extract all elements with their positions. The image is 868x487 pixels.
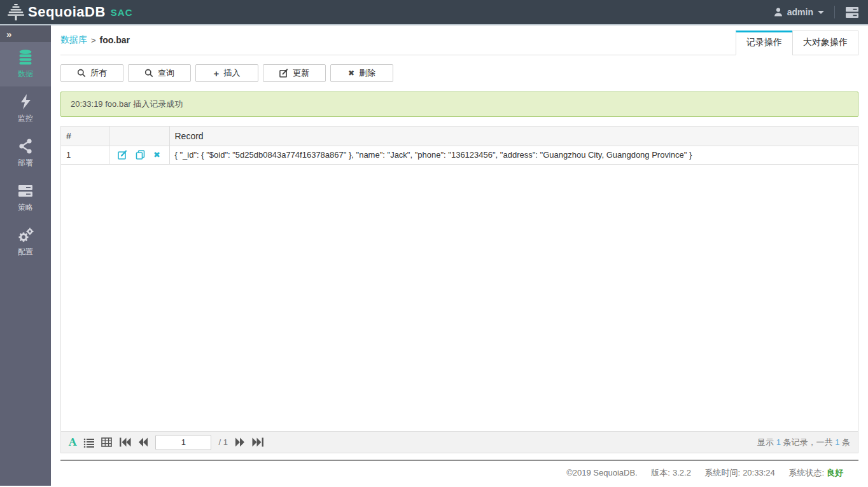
double-chevron-right-icon: » <box>6 29 11 39</box>
row-index: 1 <box>61 146 109 164</box>
row-actions: ✖ <box>109 146 169 164</box>
records-grid: # Record 1 <box>60 126 858 453</box>
sidebar-item-label: 部署 <box>18 158 33 168</box>
next-page-icon[interactable] <box>235 437 245 447</box>
insert-button[interactable]: + 插入 <box>195 64 258 82</box>
breadcrumb-database-link[interactable]: 数据库 <box>60 34 87 46</box>
copyright: ©2019 SequoiaDB. <box>566 468 638 477</box>
sidebar-item-deploy[interactable]: 部署 <box>0 131 51 175</box>
breadcrumb-current-collection: foo.bar <box>100 35 130 45</box>
column-header-actions <box>109 127 169 146</box>
record-json[interactable]: { "_id": { "$oid": "5d25db0843a774f16378… <box>169 146 858 164</box>
system-time-label: 系统时间: <box>705 468 741 477</box>
table-view-icon[interactable] <box>101 437 112 447</box>
main-content: 数据库 > foo.bar 记录操作 大对象操作 所有 查 <box>51 25 868 486</box>
search-icon <box>77 69 86 78</box>
grid-empty-area <box>61 165 858 432</box>
bolt-icon <box>17 93 34 110</box>
copy-record-icon[interactable] <box>136 150 145 160</box>
user-menu[interactable]: admin <box>773 7 824 17</box>
chevron-down-icon <box>818 11 824 14</box>
gears-icon <box>17 227 34 244</box>
username: admin <box>787 7 813 17</box>
toolbar: 所有 查询 + 插入 更新 ✖ <box>60 64 858 82</box>
footer: ©2019 SequoiaDB. 版本:3.2.2 系统时间:20:33:24 … <box>60 461 858 479</box>
tab-lob-operations[interactable]: 大对象操作 <box>792 31 858 55</box>
sidebar: » 数据 监控 <box>0 25 51 486</box>
sequoia-tree-logo-icon <box>6 3 25 22</box>
sidebar-item-config[interactable]: 配置 <box>0 220 51 264</box>
tab-record-operations[interactable]: 记录操作 <box>736 31 793 55</box>
sidebar-item-strategy[interactable]: 策略 <box>0 175 51 220</box>
column-header-record: Record <box>169 127 858 146</box>
page-number-input[interactable] <box>155 435 211 450</box>
topbar-divider <box>834 6 835 18</box>
system-status-label: 系统状态: <box>788 468 824 477</box>
share-icon <box>17 138 34 154</box>
brand-suffix: SAC <box>111 7 133 18</box>
breadcrumb: 数据库 > foo.bar 记录操作 大对象操作 <box>60 25 858 55</box>
user-icon <box>773 7 783 17</box>
last-page-icon[interactable] <box>252 437 264 447</box>
pagination-bar: A <box>61 431 858 453</box>
sidebar-item-label: 监控 <box>18 113 33 124</box>
column-header-index: # <box>61 127 109 146</box>
success-alert: 20:33:19 foo.bar 插入记录成功 <box>60 92 858 117</box>
records-table: # Record 1 <box>61 127 858 165</box>
query-button[interactable]: 查询 <box>128 64 191 82</box>
update-button[interactable]: 更新 <box>263 64 326 82</box>
version-value: 3.2.2 <box>673 468 691 477</box>
sidebar-item-label: 配置 <box>18 247 33 257</box>
system-status-value: 良好 <box>827 468 843 477</box>
x-icon: ✖ <box>348 69 354 77</box>
plus-icon: + <box>214 69 220 78</box>
table-row: 1 <box>61 146 858 164</box>
font-size-toggle[interactable]: A <box>69 437 76 448</box>
edit-record-icon[interactable] <box>118 150 127 160</box>
breadcrumb-separator: > <box>91 36 96 45</box>
success-alert-text: 20:33:19 foo.bar 插入记录成功 <box>71 99 183 110</box>
sidebar-item-label: 数据 <box>18 69 33 79</box>
list-view-icon[interactable] <box>83 437 94 448</box>
topbar: SequoiaDB SAC admin <box>0 0 868 25</box>
shown-count: 1 <box>776 437 781 447</box>
delete-record-icon[interactable]: ✖ <box>153 151 160 159</box>
total-pages-label: / 1 <box>218 437 227 447</box>
database-icon <box>17 49 34 65</box>
tab-bar: 记录操作 大对象操作 <box>736 31 858 55</box>
brand-name: SequoiaDB <box>28 4 106 20</box>
delete-button[interactable]: ✖ 删除 <box>330 64 393 82</box>
first-page-icon[interactable] <box>119 437 131 447</box>
task-list-icon[interactable] <box>845 6 859 18</box>
all-button[interactable]: 所有 <box>60 64 123 82</box>
tasks-icon <box>17 182 34 199</box>
system-time-value: 20:33:24 <box>743 468 775 477</box>
record-count-summary: 显示 1 条记录，一共 1 条 <box>757 437 850 448</box>
sidebar-item-data[interactable]: 数据 <box>0 42 51 86</box>
previous-page-icon[interactable] <box>138 437 148 447</box>
search-icon <box>144 69 153 78</box>
sidebar-item-monitor[interactable]: 监控 <box>0 86 51 131</box>
edit-icon <box>279 69 288 78</box>
version-label: 版本: <box>651 468 670 477</box>
sidebar-collapse-toggle[interactable]: » <box>0 25 51 42</box>
sidebar-item-label: 策略 <box>18 202 33 213</box>
